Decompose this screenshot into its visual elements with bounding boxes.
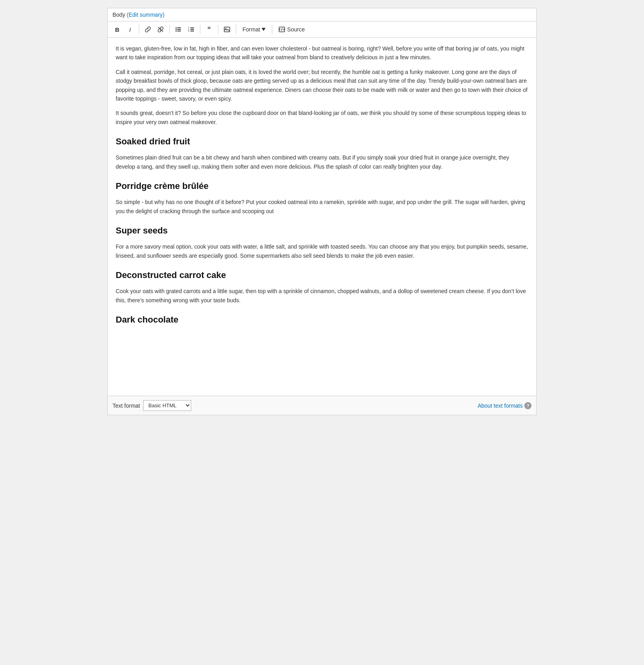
section-heading-2: Super seeds <box>116 224 528 237</box>
bullet-list-icon <box>175 26 182 33</box>
section-heading-4: Dark chocolate <box>116 313 528 327</box>
section-heading-3: Deconstructed carrot cake <box>116 268 528 282</box>
about-text-formats-link[interactable]: About text formats ? <box>477 402 531 409</box>
svg-rect-8 <box>190 27 194 28</box>
bold-button[interactable]: B <box>112 24 123 35</box>
editor-scroll-area: It is vegan, gluten-free, low in fat, hi… <box>108 38 536 396</box>
about-link-label: About text formats <box>477 402 523 409</box>
unlink-icon <box>157 26 164 33</box>
editor-wrapper: Body (Edit summary) B I <box>107 8 537 415</box>
footer-right: About text formats ? <box>477 402 531 409</box>
toolbar-separator-3 <box>200 25 200 34</box>
blockquote-icon: “ <box>208 25 211 34</box>
edit-summary-link[interactable]: (Edit summary) <box>127 12 165 18</box>
svg-point-3 <box>176 29 177 30</box>
svg-rect-12 <box>190 31 194 31</box>
unlink-button[interactable] <box>155 24 166 35</box>
section-body-3: Cook your oats with grated carrots and a… <box>116 287 528 305</box>
section-heading-0: Soaked dried fruit <box>116 134 528 148</box>
section-body-1: So simple - but why has no one thought o… <box>116 198 528 216</box>
numbered-list-icon: 1. 2. 3. <box>188 26 194 33</box>
toolbar-separator-2 <box>169 25 170 34</box>
toolbar-separator-4 <box>218 25 218 34</box>
section-heading-1: Porridge crème brûlée <box>116 179 528 193</box>
body-label-bar: Body (Edit summary) <box>108 8 536 21</box>
svg-rect-10 <box>190 29 194 30</box>
svg-point-5 <box>176 31 177 32</box>
source-icon <box>279 27 285 32</box>
link-button[interactable] <box>142 24 153 35</box>
footer-left: Text format Basic HTML Full HTML Plain t… <box>113 400 191 411</box>
section-body-0: Sometimes plain dried fruit can be a bit… <box>116 153 528 171</box>
blockquote-button[interactable]: “ <box>204 24 215 35</box>
svg-text:3.: 3. <box>188 30 190 32</box>
toolbar-separator-6 <box>272 25 272 34</box>
toolbar-separator-1 <box>139 25 139 34</box>
help-icon: ? <box>524 402 531 409</box>
bullet-list-button[interactable] <box>173 24 184 35</box>
text-format-label: Text format <box>113 402 140 409</box>
intro-paragraph-1: It is vegan, gluten-free, low in fat, hi… <box>116 44 528 62</box>
numbered-list-button[interactable]: 1. 2. 3. <box>186 24 197 35</box>
editor-toolbar: B I <box>108 21 536 38</box>
editor-footer: Text format Basic HTML Full HTML Plain t… <box>108 396 536 415</box>
svg-rect-2 <box>177 27 181 28</box>
intro-paragraph-3: It sounds great, doesn’t it? So before y… <box>116 109 528 126</box>
format-dropdown-button[interactable]: Format <box>239 25 269 34</box>
format-chevron-icon <box>262 28 266 31</box>
svg-rect-6 <box>177 31 181 31</box>
text-format-select[interactable]: Basic HTML Full HTML Plain text Filtered… <box>143 400 191 411</box>
toolbar-separator-5 <box>236 25 236 34</box>
body-label-text: Body <box>113 12 125 18</box>
italic-button[interactable]: I <box>124 24 136 35</box>
svg-point-1 <box>176 27 177 29</box>
source-label: Source <box>287 26 305 33</box>
section-body-2: For a more savory meal option, cook your… <box>116 242 528 260</box>
source-button[interactable]: Source <box>275 25 308 34</box>
image-icon <box>224 26 230 33</box>
svg-rect-4 <box>177 29 181 30</box>
editor-content[interactable]: It is vegan, gluten-free, low in fat, hi… <box>108 38 536 396</box>
format-label: Format <box>242 26 260 33</box>
intro-paragraph-2: Call it oatmeal, porridge, hot cereal, o… <box>116 68 528 103</box>
image-button[interactable] <box>221 24 233 35</box>
link-icon <box>145 26 151 33</box>
